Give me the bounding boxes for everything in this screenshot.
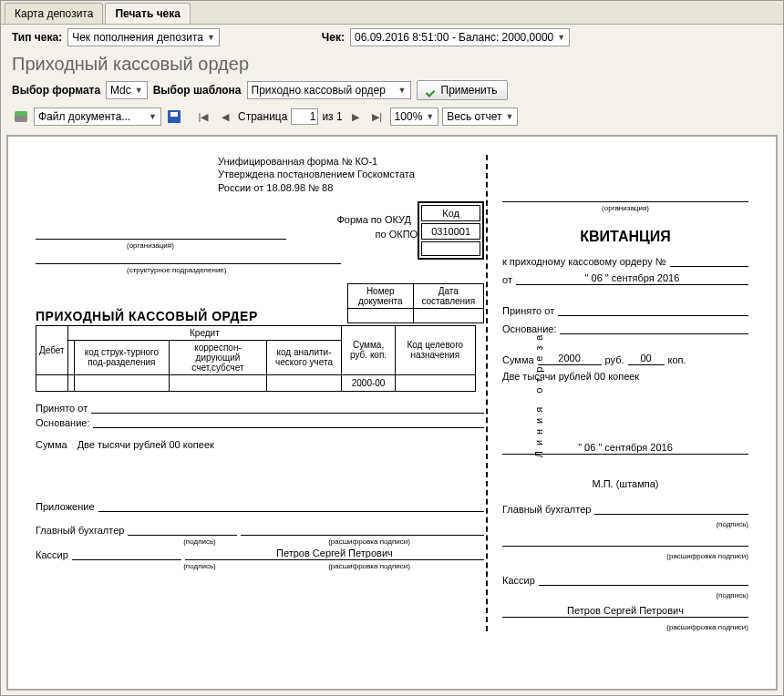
order-form: Унифицированная форма № КО-1 Утверждена … [36,155,484,631]
chevron-down-icon: ▼ [505,112,513,121]
r-sig-decode: (расшифровка подписи) [502,552,748,560]
file-document-select[interactable]: Файл документа... ▼ [34,107,161,126]
chief-acc-label: Главный бухгалтер [36,525,124,536]
okpo-value [421,241,480,256]
struct-unit-caption: (структурное подразделение) [36,266,484,274]
col-analyt: код аналити-ческого учета [266,340,341,374]
check-type-label: Тип чека: [12,31,62,44]
printer-icon [15,111,27,122]
sig-decode-caption: (расшифровка подписи) [254,537,484,546]
page-of-label: из 1 [322,110,342,123]
file-document-label: Файл документа... [38,110,130,123]
r-chief-acc: Главный бухгалтер [502,504,591,515]
window: Карта депозита Печать чека Тип чека: Чек… [0,0,784,696]
sum-words: Две тысячи рублей 00 копеек [77,439,214,450]
kod-table: Код 0310001 [418,201,484,260]
unif-form-line: Унифицированная форма № КО-1 [218,155,484,168]
r-basis: Основание: [502,323,556,334]
cashier-label: Кассир [36,549,68,560]
r-organization-caption: (организация) [502,204,748,212]
r-date: " 06 " сентября 2016 [516,272,748,285]
page-title: Приходный кассовый ордер [1,50,783,77]
kod-header: Код [421,205,480,221]
order-title: ПРИХОДНЫЙ КАССОВЫЙ ОРДЕР [36,309,347,323]
first-page-button[interactable]: |◀ [194,107,212,126]
tab-print-check[interactable]: Печать чека [105,3,191,24]
chevron-down-icon: ▼ [135,86,143,95]
struct-unit-line [36,251,341,264]
main-table: Дебет Кредит Сумма, руб. коп. Код целево… [36,325,484,392]
basis-label: Основание: [36,417,89,428]
col-code-struct: код струк-турного под-разделения [74,340,169,374]
check-value: 06.09.2016 8:51:00 - Баланс: 2000,0000 [355,31,553,44]
report-scope-value: Весь отчет [447,110,501,123]
format-row: Выбор формата Mdc ▼ Выбор шаблона Приход… [1,77,783,104]
apply-button[interactable]: Применить [417,80,508,100]
template-select[interactable]: Приходно кассовый ордер ▼ [247,81,411,99]
print-button[interactable] [12,107,30,126]
chevron-down-icon: ▼ [557,33,565,42]
receipt-title: КВИТАНЦИЯ [502,229,748,245]
report-toolbar: Файл документа... ▼ |◀ ◀ Страница из 1 ▶… [1,104,783,129]
okud-value: 0310001 [421,223,480,240]
approved-line: Утверждена постановлением Госкомстата [218,168,484,180]
check-type-select[interactable]: Чек пополнения депозита ▼ [67,28,220,46]
r-sum-label: Сумма [502,354,534,365]
col-debit: Дебет [36,325,68,374]
chevron-down-icon: ▼ [398,86,407,95]
page-label: Страница [238,110,287,123]
r-accepted-from: Принято от [502,305,554,316]
receipt-form: Линия отреза (организация) КВИТАНЦИЯ к п… [502,155,748,631]
date-created-header: Дата составления [413,283,483,308]
r-signature2: (подпись) [502,591,748,599]
chevron-down-icon: ▼ [149,112,157,121]
organization-line [36,227,286,240]
template-label: Выбор шаблона [153,84,242,97]
check-icon [427,85,438,96]
last-page-button[interactable]: ▶| [368,107,387,126]
r-kop-value: 00 [628,353,665,365]
prev-page-button[interactable]: ◀ [216,107,234,126]
signature-caption2: (подпись) [145,562,254,570]
sum-label: Сумма [36,439,67,450]
cut-line-label: Линия отреза [533,329,544,457]
chevron-down-icon: ▼ [426,112,434,121]
r-to-order: к приходному кассовому ордеру № [502,256,666,267]
tab-deposit-card[interactable]: Карта депозита [5,3,103,24]
accepted-from-label: Принято от [36,403,88,414]
r-from: от [502,274,512,285]
report-scope-select[interactable]: Весь отчет ▼ [442,107,518,126]
zoom-value: 100% [395,110,423,123]
next-page-button[interactable]: ▶ [346,107,365,126]
chevron-down-icon: ▼ [207,33,215,42]
col-purpose: Код целевого назначения [396,325,475,374]
r-signature: (подпись) [502,520,748,528]
signature-caption: (подпись) [145,537,254,546]
cell-sum: 2000-00 [342,374,396,391]
check-label: Чек: [322,31,345,44]
template-value: Приходно кассовый ордер [252,84,386,97]
apply-label: Применить [441,84,498,97]
save-button[interactable] [165,107,183,126]
r-rub: руб. [605,354,624,365]
po-okpo-label: по ОКПО [290,229,418,240]
r-sig-decode2: (расшифровка подписи) [502,623,748,631]
tabs-bar: Карта депозита Печать чека [1,1,783,25]
r-stamp: М.П. (штампа) [502,478,748,489]
format-value: Mdc [110,84,131,97]
format-label: Выбор формата [12,84,100,97]
floppy-icon [168,110,181,123]
check-type-value: Чек пополнения депозита [72,31,203,44]
num-doc-header: Номер документа [348,283,414,308]
r-kop: коп. [668,354,686,365]
cut-line [486,155,488,631]
page-input[interactable] [291,108,318,125]
check-row: Тип чека: Чек пополнения депозита ▼ Чек:… [1,25,783,50]
document-content: Унифицированная форма № КО-1 Утверждена … [36,155,748,631]
document-preview[interactable]: Унифицированная форма № КО-1 Утверждена … [6,135,778,691]
r-cashier: Кассир [502,575,535,586]
zoom-select[interactable]: 100% ▼ [390,107,439,126]
col-sum: Сумма, руб. коп. [342,325,396,374]
check-select[interactable]: 06.09.2016 8:51:00 - Баланс: 2000,0000 ▼ [350,28,570,46]
format-select[interactable]: Mdc ▼ [106,81,148,99]
